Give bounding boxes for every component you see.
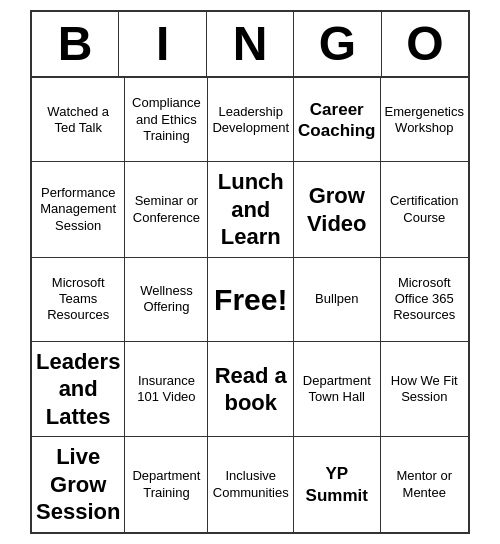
bingo-letter-G: G	[294, 12, 381, 76]
bingo-cell-20[interactable]: Live Grow Session	[32, 437, 125, 532]
bingo-cell-10[interactable]: Microsoft Teams Resources	[32, 258, 125, 342]
bingo-cell-7[interactable]: Lunch and Learn	[208, 162, 294, 258]
bingo-header: BINGO	[32, 12, 468, 78]
bingo-cell-13[interactable]: Bullpen	[294, 258, 380, 342]
bingo-cell-18[interactable]: Department Town Hall	[294, 342, 380, 438]
bingo-grid: Watched a Ted TalkCompliance and Ethics …	[32, 78, 468, 532]
bingo-cell-0[interactable]: Watched a Ted Talk	[32, 78, 125, 162]
bingo-cell-1[interactable]: Compliance and Ethics Training	[125, 78, 208, 162]
bingo-cell-15[interactable]: Leaders and Lattes	[32, 342, 125, 438]
bingo-cell-6[interactable]: Seminar or Conference	[125, 162, 208, 258]
bingo-cell-17[interactable]: Read a book	[208, 342, 294, 438]
bingo-cell-12[interactable]: Free!	[208, 258, 294, 342]
bingo-cell-14[interactable]: Microsoft Office 365 Resources	[381, 258, 468, 342]
bingo-cell-4[interactable]: Emergenetics Workshop	[381, 78, 468, 162]
bingo-cell-2[interactable]: Leadership Development	[208, 78, 294, 162]
bingo-cell-19[interactable]: How We Fit Session	[381, 342, 468, 438]
bingo-letter-B: B	[32, 12, 119, 76]
bingo-cell-3[interactable]: Career Coaching	[294, 78, 380, 162]
bingo-cell-11[interactable]: Wellness Offering	[125, 258, 208, 342]
bingo-cell-5[interactable]: Performance Management Session	[32, 162, 125, 258]
bingo-cell-21[interactable]: Department Training	[125, 437, 208, 532]
bingo-letter-O: O	[382, 12, 468, 76]
bingo-cell-24[interactable]: Mentor or Mentee	[381, 437, 468, 532]
bingo-cell-22[interactable]: Inclusive Communities	[208, 437, 294, 532]
bingo-letter-I: I	[119, 12, 206, 76]
bingo-cell-9[interactable]: Certification Course	[381, 162, 468, 258]
bingo-cell-23[interactable]: YP Summit	[294, 437, 380, 532]
bingo-cell-8[interactable]: Grow Video	[294, 162, 380, 258]
bingo-letter-N: N	[207, 12, 294, 76]
bingo-card: BINGO Watched a Ted TalkCompliance and E…	[30, 10, 470, 534]
bingo-cell-16[interactable]: Insurance 101 Video	[125, 342, 208, 438]
